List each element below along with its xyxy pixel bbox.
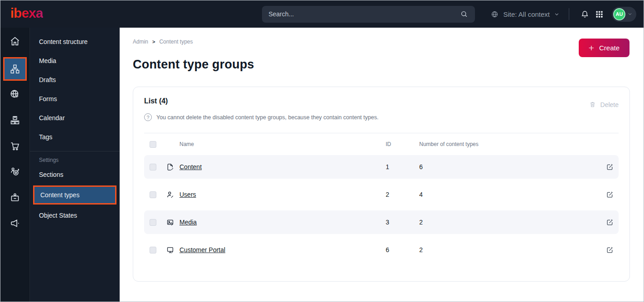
icon-rail [0, 28, 30, 302]
list-title: List (4) [144, 97, 168, 105]
chevron-down-icon [627, 11, 633, 17]
settings-section-label: Settings [30, 152, 120, 165]
site-globe-icon [9, 88, 21, 100]
edit-button[interactable] [600, 163, 619, 171]
column-header-name: Name [179, 141, 386, 147]
group-name-link[interactable]: Customer Portal [179, 246, 386, 253]
delete-button-label: Delete [600, 101, 619, 108]
select-all-checkbox[interactable] [150, 141, 156, 148]
user-icon [166, 190, 179, 199]
menu-item-object-states[interactable]: Object States [30, 206, 120, 225]
bell-icon [580, 10, 590, 19]
topbar-divider [569, 8, 569, 20]
sidebar-item-commerce[interactable] [5, 136, 25, 156]
cart-icon [9, 140, 21, 152]
plus-icon: + [589, 43, 594, 53]
customer-target-icon [9, 166, 21, 178]
column-header-count: Number of content types [419, 141, 600, 147]
table-header: Name ID Number of content types [144, 133, 619, 155]
sidebar-item-products[interactable] [5, 110, 25, 130]
menu-item-sections[interactable]: Sections [30, 165, 120, 184]
menu-item-content-structure[interactable]: Content structure [30, 32, 120, 51]
group-name-link[interactable]: Media [179, 219, 386, 226]
search-bar[interactable] [262, 6, 475, 23]
topbar: ibexa Site: All context [0, 0, 644, 28]
chevron-down-icon [554, 11, 560, 17]
admin-badge-icon [9, 192, 21, 204]
edit-icon [605, 218, 614, 227]
menu-divider [30, 151, 120, 151]
group-name-link[interactable]: Users [179, 191, 386, 198]
help-icon: ? [144, 113, 152, 121]
breadcrumb-separator: > [152, 39, 155, 44]
ibexa-logo[interactable]: ibexa [10, 6, 43, 22]
app-grid-icon [595, 10, 604, 19]
monitor-icon [166, 246, 179, 254]
row-checkbox[interactable] [150, 191, 156, 198]
sidebar-item-dashboard[interactable] [5, 31, 25, 51]
edit-button[interactable] [600, 190, 619, 199]
edit-button[interactable] [600, 246, 619, 254]
megaphone-icon [9, 218, 21, 229]
group-id: 3 [386, 219, 419, 226]
breadcrumb-item: Content types [159, 39, 193, 45]
file-icon [166, 163, 179, 171]
create-button[interactable]: + Create [579, 39, 629, 57]
site-context-selector[interactable]: Site: All context [490, 10, 560, 19]
table-body: Content 1 6 Users 2 4 [144, 155, 619, 262]
sidebar-item-site[interactable] [5, 84, 25, 104]
menu-item-calendar[interactable]: Calendar [30, 108, 120, 127]
column-header-id: ID [386, 141, 419, 147]
table-row: Users 2 4 [144, 183, 619, 206]
row-checkbox[interactable] [150, 219, 156, 226]
edit-button[interactable] [600, 218, 619, 227]
globe-icon [490, 10, 499, 19]
menu-item-content-types[interactable]: Content types [34, 187, 115, 203]
app-switcher-button[interactable] [592, 7, 606, 21]
settings-menu-items: SectionsContent typesObject States [30, 165, 120, 225]
avatar: AU [613, 8, 625, 20]
site-context-label: Site: All context [503, 10, 550, 18]
create-button-label: Create [599, 44, 620, 52]
group-count: 4 [419, 191, 600, 198]
content-type-groups-table: Name ID Number of content types Content … [144, 133, 619, 262]
sidebar-item-marketing[interactable] [5, 214, 25, 234]
list-info-text: You cannot delete the disabled content t… [156, 114, 378, 121]
breadcrumb-item[interactable]: Admin [133, 39, 148, 45]
edit-icon [605, 190, 614, 199]
group-id: 1 [386, 163, 419, 170]
row-checkbox[interactable] [150, 164, 156, 170]
list-info: ? You cannot delete the disabled content… [144, 113, 619, 121]
notifications-button[interactable] [577, 7, 592, 22]
sidebar-item-content[interactable] [5, 59, 25, 79]
sidebar-item-admin[interactable] [5, 188, 25, 208]
table-row: Content 1 6 [144, 155, 619, 179]
edit-icon [605, 246, 614, 254]
menu-item-tags[interactable]: Tags [30, 127, 120, 146]
table-row: Media 3 2 [144, 210, 619, 234]
user-menu[interactable]: AU [612, 7, 636, 22]
search-icon[interactable] [460, 10, 469, 19]
menu-item-drafts[interactable]: Drafts [30, 70, 120, 89]
page-title: Content type groups [133, 58, 630, 72]
menu-item-forms[interactable]: Forms [30, 89, 120, 108]
group-count: 2 [419, 219, 600, 226]
menu-items: Content structureMediaDraftsFormsCalenda… [30, 32, 120, 146]
content-type-groups-card: List (4) Delete ? You cannot delete the … [133, 87, 630, 282]
group-count: 6 [419, 163, 600, 170]
product-boxes-icon [9, 114, 21, 126]
edit-icon [605, 163, 614, 171]
ibexa-admin-window: ibexa Site: All context [0, 0, 644, 302]
active-menu-annotation: Content types [33, 185, 116, 205]
row-checkbox[interactable] [150, 247, 156, 253]
group-name-link[interactable]: Content [179, 163, 386, 170]
main-content: Admin > Content types + Create Content t… [120, 28, 644, 302]
home-icon [9, 35, 21, 47]
sidebar-item-customers[interactable] [5, 162, 25, 182]
topbar-right: Site: All context [490, 7, 644, 22]
menu-item-media[interactable]: Media [30, 51, 120, 70]
active-section-annotation [3, 57, 27, 81]
delete-button[interactable]: Delete [589, 101, 619, 108]
search-input[interactable] [268, 10, 460, 18]
table-row: Customer Portal 6 2 [144, 238, 619, 262]
